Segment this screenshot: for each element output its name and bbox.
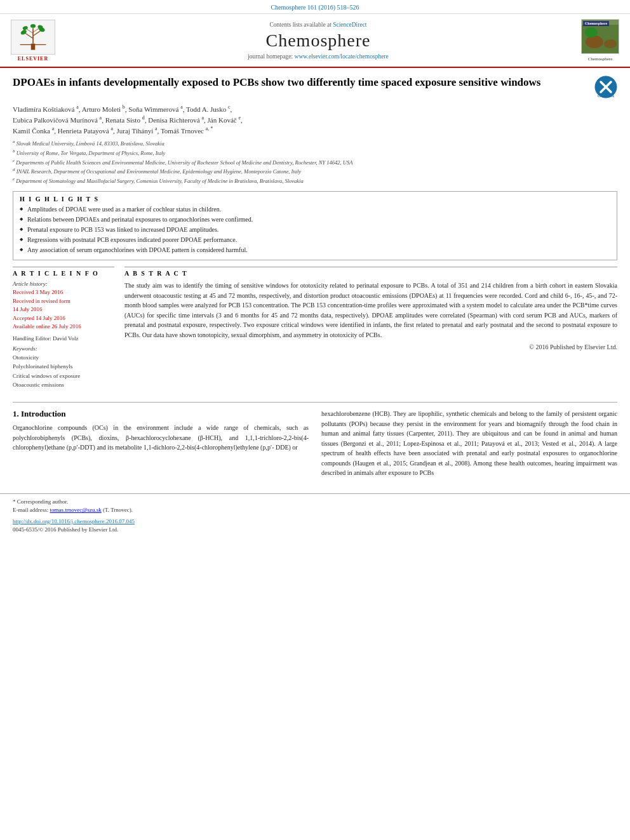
date-revised: 14 July 2016 [13,306,43,312]
affiliations-list: a Slovak Medical University, Limbová 14,… [13,138,617,185]
article-info-col: A R T I C L E I N F O Article history: R… [13,267,114,393]
svg-point-16 [604,39,617,48]
journal-thumbnail-area: Chemosphere Chemosphere Chemosphere [578,19,622,62]
svg-point-8 [22,25,29,30]
authors-list: Vladimíra Koštiaková a, Arturo Moleti b,… [13,103,617,136]
highlight-item: Relations between DPOAEs and perinatal e… [20,215,610,224]
keywords-label: Keywords: [13,345,114,352]
intro-right-col: hexachlorobenzene (HCB). They are lipoph… [321,409,617,478]
journal-header-center: Contents lists available at ScienceDirec… [65,19,572,62]
footer-section: * Corresponding author. E-mail address: … [0,493,630,540]
intro-left-col: 1. Introduction Organochlorine compounds… [13,409,309,478]
keywords-list: Ototoxicity Polychlorinated biphenyls Cr… [13,353,114,390]
abstract-col: A B S T R A C T The study aim was to ide… [124,267,617,393]
svg-line-5 [33,28,39,32]
date-accepted: Accepted 14 July 2016 [13,315,65,321]
crossmark-badge: CrossMark [594,76,617,98]
intro-left-text: Organochlorine compounds (OCs) in the en… [13,423,309,453]
svg-point-10 [30,24,36,28]
email-line: E-mail address: tomas.trnovec@szu.sk (T.… [13,506,617,515]
sciencedirect-link[interactable]: ScienceDirect [333,22,366,28]
date-revised-label: Received in revised form [13,298,70,304]
abstract-title: A B S T R A C T [124,267,617,277]
highlights-list: Amplitudes of DPOAE were used as a marke… [20,205,610,255]
article-info-title: A R T I C L E I N F O [13,267,114,277]
journal-cover-thumbnail: Chemosphere Chemosphere [581,19,619,54]
journal-reference: Chemosphere 161 (2016) 518–526 [271,4,359,11]
corresponding-note: * Corresponding author. [13,498,617,507]
elsevier-logo-image [11,20,55,55]
keywords-group: Keywords: Ototoxicity Polychlorinated bi… [13,345,114,390]
article-history-group: Article history: Received 3 May 2016 Rec… [13,281,114,331]
journal-title: Chemosphere [266,30,371,51]
svg-text:CrossMark: CrossMark [598,94,614,98]
highlight-item: Amplitudes of DPOAE were used as a marke… [20,205,610,214]
intro-body-cols: 1. Introduction Organochlorine compounds… [13,409,617,478]
svg-point-6 [20,29,27,36]
article-dates: Received 3 May 2016 Received in revised … [13,288,114,331]
section-divider [13,402,617,403]
elsevier-wordmark: ELSEVIER [18,56,48,62]
handling-editor: Handling Editor: David Volz [13,335,114,342]
elsevier-logo: ELSEVIER [8,19,58,62]
page-wrapper: Chemosphere 161 (2016) 518–526 [0,0,630,840]
thumb-text: Chemosphere [588,57,613,62]
journal-homepage: journal homepage: www.elsevier.com/locat… [248,53,389,60]
highlight-item: Any association of serum organochlorines… [20,246,610,255]
abstract-copyright: © 2016 Published by Elsevier Ltd. [124,343,617,350]
highlight-item: Regressions with postnatal PCB exposures… [20,236,610,244]
article-title: DPOAEs in infants developmentally expose… [13,76,588,90]
doi-link[interactable]: http://dx.doi.org/10.1016/j.chemosphere.… [13,518,135,524]
journal-header: ELSEVIER Contents lists available at Sci… [0,14,630,68]
journal-reference-bar: Chemosphere 161 (2016) 518–526 [0,0,630,14]
article-title-section: DPOAEs in infants developmentally expose… [13,76,617,98]
svg-line-2 [25,33,33,38]
svg-point-15 [585,27,598,37]
date-online: Available online 26 July 2016 [13,323,81,330]
highlights-title: H I G H L I G H T S [20,196,610,203]
thumb-overlay: Chemosphere [583,21,609,26]
issn-line: 0045-6535/© 2016 Published by Elsevier L… [13,526,617,535]
article-info-abstract-cols: A R T I C L E I N F O Article history: R… [13,267,617,393]
homepage-url[interactable]: www.elsevier.com/locate/chemosphere [295,53,389,60]
history-label: Article history: [13,281,114,287]
svg-line-4 [27,29,33,33]
email-link[interactable]: tomas.trnovec@szu.sk [50,507,101,513]
introduction-heading: 1. Introduction [13,409,309,419]
date-received: Received 3 May 2016 [13,289,63,295]
sciencedirect-line: Contents lists available at ScienceDirec… [269,22,366,28]
doi-line: http://dx.doi.org/10.1016/j.chemosphere.… [13,517,617,526]
highlight-item: Prenatal exposure to PCB 153 was linked … [20,225,610,234]
intro-right-text: hexachlorobenzene (HCB). They are lipoph… [321,409,617,478]
highlights-section: H I G H L I G H T S Amplitudes of DPOAE … [13,191,617,260]
article-body: DPOAEs in infants developmentally expose… [0,68,630,484]
svg-point-13 [586,36,603,48]
abstract-text: The study aim was to identify the timing… [124,281,617,340]
